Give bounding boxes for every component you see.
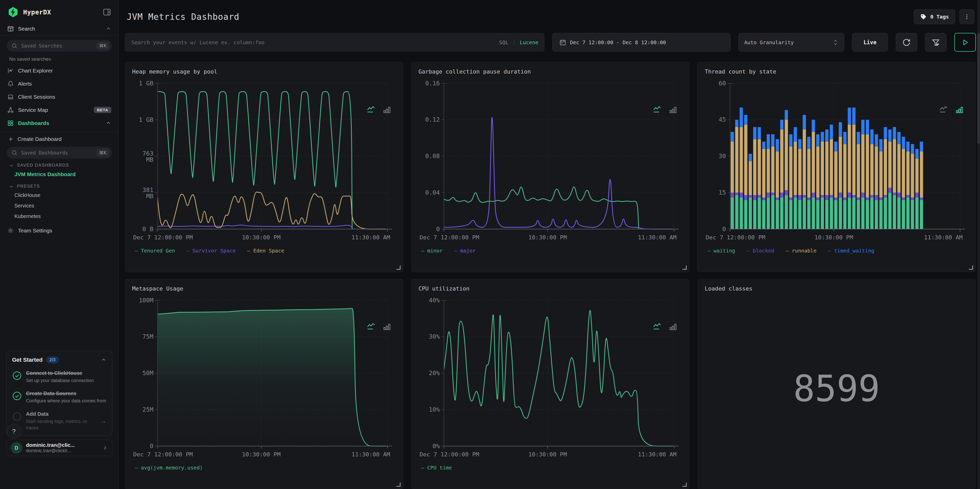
live-button[interactable]: Live <box>852 33 888 52</box>
search-icon <box>11 43 18 49</box>
chart-title: Garbage collection pause duration <box>418 68 682 75</box>
legend-item[interactable]: —avg(jvm.memory.used) <box>135 465 203 471</box>
line-chart-toggle-icon[interactable] <box>939 105 948 114</box>
get-started-item-sources[interactable]: Create Data Sources Configure where your… <box>12 390 107 404</box>
resize-handle[interactable] <box>969 266 973 270</box>
sidebar-item-clickhouse[interactable]: ClickHouse <box>0 190 119 201</box>
presets-section-toggle[interactable]: PRESETS <box>0 180 119 190</box>
granularity-select[interactable]: Auto Granularity <box>738 33 844 52</box>
chevron-up-icon[interactable] <box>106 26 111 32</box>
legend-item[interactable]: —timed_waiting <box>828 248 874 254</box>
legend-item[interactable]: —CPU time <box>421 465 452 471</box>
resize-handle[interactable] <box>682 483 687 487</box>
saved-dashboards-input[interactable]: ⌘K <box>7 147 112 159</box>
svg-text:0.04: 0.04 <box>425 189 440 196</box>
event-search-box[interactable]: SQL | Lucene <box>125 33 544 52</box>
line-chart-toggle-icon[interactable] <box>652 105 662 114</box>
svg-text:15: 15 <box>719 189 726 196</box>
help-button[interactable]: ? <box>7 424 21 439</box>
date-range-button[interactable]: Dec 7 12:00:00 - Dec 8 12:00:00 <box>552 33 731 52</box>
resize-handle[interactable] <box>682 266 687 270</box>
svg-text:11:30:00 AM: 11:30:00 AM <box>638 234 676 241</box>
svg-text:25M: 25M <box>142 406 153 413</box>
legend-item[interactable]: —waiting <box>707 248 735 254</box>
panel-metaspace-usage: Metaspace Usage 025M50M75M100MDec 7 12:0… <box>125 279 403 489</box>
chart-explorer-icon <box>7 67 14 74</box>
search-window-icon <box>7 25 14 32</box>
get-started-item-add-data[interactable]: Add Data Start sending logs, metrics, or… <box>12 411 107 431</box>
svg-text:30: 30 <box>719 153 726 160</box>
legend-item[interactable]: —minor <box>421 248 443 254</box>
user-menu[interactable]: D dominic.tran@clic... dominic.tran@clic… <box>6 440 112 456</box>
sidebar-item-services[interactable]: Services <box>0 201 119 211</box>
svg-text:100M: 100M <box>139 297 153 304</box>
kebab-icon <box>964 14 970 20</box>
get-started-item-desc: Set up your database connection <box>26 378 94 384</box>
saved-dashboards-field[interactable] <box>21 150 93 156</box>
thread-count-chart[interactable]: 015304560Dec 7 12:00:00 PM10:30:00 PM11:… <box>705 77 969 248</box>
panel-loaded-classes: Loaded classes 8599 <box>697 279 976 489</box>
legend-item[interactable]: —blocked <box>746 248 774 254</box>
sidebar-item-service-map[interactable]: Service Map BETA <box>0 104 119 116</box>
check-circle-icon <box>12 391 22 402</box>
legend-item[interactable]: —runnable <box>786 248 816 254</box>
legend-item[interactable]: —Survivor Space <box>186 248 236 254</box>
sidebar-item-search[interactable]: Search <box>0 22 119 35</box>
sidebar-item-label: Search <box>18 26 35 32</box>
heap-memory-chart[interactable]: 0 B381MB763MB1 GB1 GBDec 7 12:00:00 PM10… <box>132 77 396 248</box>
bar-chart-toggle-icon[interactable] <box>383 105 391 114</box>
resize-handle[interactable] <box>396 483 401 487</box>
get-started-item-connect[interactable]: Connect to ClickHouse Set up your databa… <box>12 370 107 384</box>
tags-label: 0 Tags <box>931 14 949 20</box>
bar-chart-toggle-icon[interactable] <box>383 322 391 331</box>
chart-legend: —Tenured Gen—Survivor Space—Eden Space <box>132 248 396 254</box>
chart-title: Thread count by state <box>705 68 969 75</box>
chevron-up-icon[interactable] <box>101 357 107 363</box>
refresh-button[interactable] <box>896 33 917 52</box>
saved-searches-field[interactable] <box>21 43 93 49</box>
gc-pause-chart[interactable]: 00.040.080.120.16Dec 7 12:00:00 PM10:30:… <box>418 77 682 248</box>
legend-item[interactable]: —major <box>454 248 476 254</box>
svg-text:Dec 7 12:00:00 PM: Dec 7 12:00:00 PM <box>420 451 479 458</box>
metaspace-chart[interactable]: 025M50M75M100MDec 7 12:00:00 PM10:30:00 … <box>132 295 396 465</box>
sidebar-item-kubernetes[interactable]: Kubernetes <box>0 211 119 221</box>
panel-cpu-utilization: CPU utilization 0%10%20%30%40%Dec 7 12:0… <box>411 279 690 489</box>
tags-button[interactable]: 0 Tags <box>914 9 955 24</box>
bar-chart-toggle-icon[interactable] <box>669 322 678 331</box>
get-started-item-desc: Configure where your data comes from <box>26 398 106 404</box>
bar-chart-toggle-icon[interactable] <box>955 105 964 114</box>
sidebar-item-alerts[interactable]: Alerts <box>0 77 119 90</box>
lucene-mode-toggle[interactable]: Lucene <box>520 39 538 46</box>
sidebar-item-chart-explorer[interactable]: Chart Explorer <box>0 64 119 77</box>
filter-edit-button[interactable] <box>925 33 947 52</box>
scrollbar-thumb[interactable] <box>977 33 980 144</box>
cpu-utilization-chart[interactable]: 0%10%20%30%40%Dec 7 12:00:00 PM10:30:00 … <box>418 295 682 465</box>
event-search-input[interactable] <box>131 39 494 46</box>
legend-item[interactable]: —Eden Space <box>247 248 284 254</box>
legend-item[interactable]: —Tenured Gen <box>135 248 175 254</box>
saved-searches-input[interactable]: ⌘K <box>7 40 112 52</box>
chevron-up-icon[interactable] <box>106 120 111 126</box>
sidebar-item-dashboards[interactable]: Dashboards <box>0 116 119 130</box>
saved-dashboards-section-toggle[interactable]: SAVED DASHBOARDS <box>0 159 119 169</box>
line-chart-toggle-icon[interactable] <box>366 322 376 331</box>
resize-handle[interactable] <box>396 266 401 270</box>
bell-icon <box>7 80 14 87</box>
scrollbar[interactable] <box>977 0 980 489</box>
create-dashboard-button[interactable]: Create Dashboard <box>0 132 119 143</box>
dashboard-menu-button[interactable] <box>959 9 974 24</box>
run-query-button[interactable] <box>954 33 976 52</box>
line-chart-toggle-icon[interactable] <box>366 105 376 114</box>
sidebar-item-client-sessions[interactable]: Client Sessions <box>0 90 119 104</box>
tag-icon <box>920 13 927 20</box>
line-chart-toggle-icon[interactable] <box>652 322 662 331</box>
bar-chart-toggle-icon[interactable] <box>669 105 678 114</box>
sidebar-collapse-icon[interactable] <box>103 8 111 16</box>
get-started-item-desc: Start sending logs, metrics, or traces <box>26 418 96 431</box>
sidebar-item-jvm-metrics-dashboard[interactable]: JVM Metrics Dashboard <box>0 169 119 180</box>
sql-mode-toggle[interactable]: SQL <box>499 39 509 46</box>
svg-text:0 B: 0 B <box>142 226 153 233</box>
sidebar-item-team-settings[interactable]: Team Settings <box>0 221 119 240</box>
svg-text:10:30:00 PM: 10:30:00 PM <box>528 234 567 241</box>
svg-text:40%: 40% <box>429 297 440 304</box>
